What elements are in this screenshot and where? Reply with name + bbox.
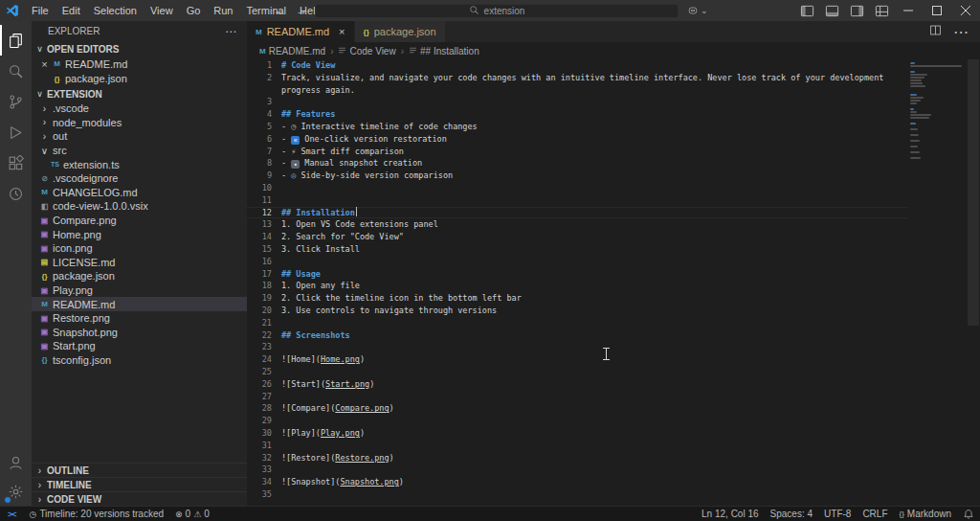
editor-line[interactable]: 21 <box>247 317 907 329</box>
file-item[interactable]: ▤LICENSE.md <box>32 256 247 270</box>
editor-line[interactable]: 30![Play](Play.png) <box>247 427 907 440</box>
editor-line[interactable]: 203. Use controls to navigate through ve… <box>247 305 907 317</box>
remote-indicator[interactable]: >< <box>0 510 24 519</box>
file-item[interactable]: ›node_modules <box>32 116 247 130</box>
cursor-position-status[interactable]: Ln 12, Col 16 <box>696 507 765 521</box>
file-item[interactable]: ⊘.vscodeignore <box>32 171 247 186</box>
open-editor-item[interactable]: {}package.json <box>32 72 247 87</box>
editor-line[interactable]: 11 <box>247 194 907 207</box>
timeline-status[interactable]: ◷ Timeline: 20 versions tracked <box>24 507 170 521</box>
tab-package.json[interactable]: {}package.json <box>355 21 446 42</box>
editor-line[interactable]: 3 <box>247 96 907 108</box>
file-item[interactable]: ›.vscode <box>32 102 247 116</box>
activity-accounts-icon[interactable] <box>0 448 32 477</box>
editor-line[interactable]: 9- ◎ Side-by-side version comparison <box>247 170 907 182</box>
editor-line[interactable]: 10 <box>247 182 907 194</box>
workspace-folder-header[interactable]: ∨ EXTENSION <box>32 86 247 102</box>
editor-more-actions-icon[interactable]: ⋯ <box>953 23 969 41</box>
file-item[interactable]: ▣Compare.png <box>32 214 247 228</box>
editor-line[interactable]: 7- ⚡ Smart diff comparison <box>247 146 907 158</box>
nav-back-icon[interactable]: ← <box>271 4 288 17</box>
toggle-panel-icon[interactable] <box>819 0 844 21</box>
menu-selection[interactable]: Selection <box>87 0 144 21</box>
activity-source-control-icon[interactable] <box>0 86 32 117</box>
breadcrumb-item[interactable]: MREADME.md <box>259 46 325 57</box>
editor-line[interactable]: 22## Screenshots <box>247 329 907 342</box>
editor-line[interactable]: 34![Snapshot](Snapshot.png) <box>247 476 907 488</box>
editor-line[interactable]: 2Track, visualize, and navigate your cod… <box>247 72 907 97</box>
editor-line[interactable]: 27 <box>247 391 907 403</box>
close-button[interactable] <box>951 0 980 21</box>
file-item[interactable]: ◧code-view-1.0.0.vsix <box>32 199 247 214</box>
eol-status[interactable]: CRLF <box>857 507 893 521</box>
editor-content[interactable]: 1# Code View2Track, visualize, and navig… <box>247 59 907 506</box>
nav-forward-icon[interactable]: → <box>293 4 310 17</box>
editor-line[interactable]: 1# Code View <box>247 59 907 72</box>
toggle-secondary-sidebar-icon[interactable] <box>844 0 869 21</box>
scrollbar-slider[interactable] <box>968 59 979 326</box>
section-outline[interactable]: ›OUTLINE <box>32 463 247 477</box>
activity-explorer-icon[interactable] <box>0 25 32 56</box>
activity-extensions-icon[interactable] <box>0 147 32 178</box>
editor-line[interactable]: 26![Start](Start.png) <box>247 378 907 391</box>
file-item[interactable]: ▣Start.png <box>32 339 247 353</box>
tab-readme.md[interactable]: MREADME.md× <box>247 21 355 42</box>
activity-manage-icon[interactable] <box>0 477 32 506</box>
section-timeline[interactable]: ›TIMELINE <box>32 477 247 491</box>
editor-line[interactable]: 142. Search for "Code View" <box>247 231 907 243</box>
language-mode-status[interactable]: {} Markdown <box>894 507 957 521</box>
split-editor-icon[interactable] <box>929 23 942 40</box>
editor-line[interactable]: 5- ◷ Interactive timeline of code change… <box>247 121 907 133</box>
file-item[interactable]: ∨src <box>32 144 247 158</box>
editor-line[interactable]: 153. Click Install <box>247 243 907 256</box>
menu-view[interactable]: View <box>144 0 180 21</box>
editor-line[interactable]: 32![Restore](Restore.png) <box>247 452 907 464</box>
activity-code-view-icon[interactable] <box>0 178 32 209</box>
file-item[interactable]: ▣icon.png <box>32 241 247 256</box>
editor-line[interactable]: 8- ▪ Manual snapshot creation <box>247 157 907 170</box>
activity-search-icon[interactable] <box>0 56 32 86</box>
editor-line[interactable]: 31 <box>247 440 907 452</box>
editor-line[interactable]: 6- « One-click version restoration <box>247 133 907 146</box>
editor-line[interactable]: 17## Usage <box>247 268 907 281</box>
menu-edit[interactable]: Edit <box>56 0 87 21</box>
editor-scrollbar[interactable] <box>967 59 980 506</box>
editor-line[interactable]: 23 <box>247 341 907 353</box>
open-editors-header[interactable]: ∨ OPEN EDITORS <box>32 41 247 57</box>
file-item[interactable]: ▣Snapshot.png <box>32 326 247 340</box>
editor-line[interactable]: 181. Open any file <box>247 280 907 292</box>
file-item[interactable]: {}package.json <box>32 269 247 283</box>
close-icon[interactable]: × <box>339 26 345 37</box>
file-item[interactable]: ▣Restore.png <box>32 311 247 326</box>
editor-line[interactable]: 192. Click the timeline icon in the bott… <box>247 292 907 305</box>
indentation-status[interactable]: Spaces: 4 <box>765 507 818 521</box>
file-item[interactable]: TSextension.ts <box>32 157 247 171</box>
customize-layout-icon[interactable] <box>869 0 894 21</box>
editor-line[interactable]: 28![Compare](Compare.png) <box>247 402 907 415</box>
editor-line[interactable]: 25 <box>247 366 907 378</box>
maximize-button[interactable] <box>923 0 951 21</box>
file-item[interactable]: MREADME.md <box>32 297 247 311</box>
activity-run-and-debug-icon[interactable] <box>0 117 32 147</box>
close-icon[interactable]: × <box>38 58 51 70</box>
file-item[interactable]: {}tsconfig.json <box>32 353 247 368</box>
problems-status[interactable]: ⊗ 0 ⚠ 0 <box>169 507 215 521</box>
breadcrumb-item[interactable]: ## Installation <box>409 46 479 57</box>
file-item[interactable]: MCHANGELOG.md <box>32 186 247 200</box>
editor-line[interactable]: 16 <box>247 256 907 268</box>
editor-line[interactable]: 131. Open VS Code extensions panel <box>247 218 907 231</box>
editor-line[interactable]: 4## Features <box>247 108 907 121</box>
minimize-button[interactable] <box>894 0 923 21</box>
section-code-view[interactable]: ›CODE VIEW <box>32 491 247 506</box>
editor-line[interactable]: 24![Home](Home.png) <box>247 353 907 366</box>
editor-line[interactable]: 29 <box>247 415 907 427</box>
file-item[interactable]: ▣Play.png <box>32 283 247 298</box>
editor-line[interactable]: 35 <box>247 488 907 501</box>
command-center-search[interactable]: extension <box>315 4 679 18</box>
file-item[interactable]: ▣Home.png <box>32 227 247 241</box>
editor-line[interactable]: 33 <box>247 464 907 476</box>
breadcrumb-item[interactable]: Code View <box>338 46 395 57</box>
menu-run[interactable]: Run <box>207 0 239 21</box>
explorer-actions-icon[interactable]: ⋯ <box>225 25 237 38</box>
encoding-status[interactable]: UTF-8 <box>818 507 857 521</box>
